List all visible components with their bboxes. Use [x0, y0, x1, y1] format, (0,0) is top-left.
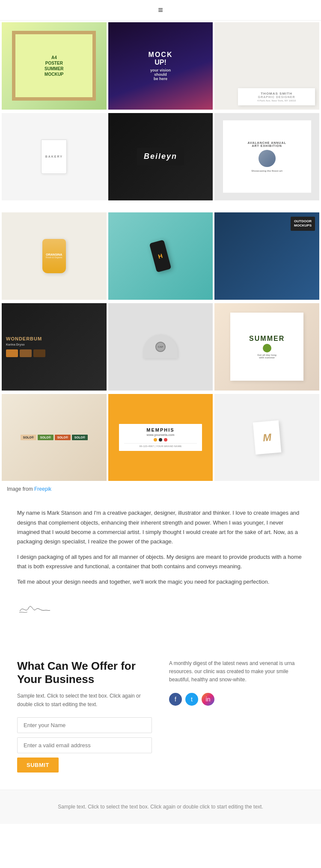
gallery-item-memphis[interactable]: MEMPHIS www.yourweta.com 00-123-4567 | Y… — [108, 394, 213, 481]
business-title: What Can We Offer for Your Business — [17, 659, 152, 686]
about-paragraph-1: My name is Mark Stanson and I'm a creati… — [17, 508, 304, 546]
signature — [17, 595, 304, 621]
gallery-item-wonderbum[interactable]: WONDERBUM Karina Dryso — [2, 303, 107, 391]
about-paragraph-2: I design packaging of all types and for … — [17, 552, 304, 571]
gallery-item-cap[interactable]: CAP — [108, 303, 213, 391]
footer-text: Sample text. Click to select the text bo… — [17, 803, 304, 811]
menu-icon[interactable]: ≡ — [158, 5, 163, 15]
business-section: What Can We Offer for Your Business Samp… — [0, 642, 321, 790]
social-icons: f t in — [169, 693, 304, 706]
about-paragraph-3: Tell me about your design needs and toge… — [17, 577, 304, 587]
gallery-item-billboard[interactable]: MOCK UP! your visionshouldbe here — [108, 22, 213, 110]
gallery-row-2: BAKERY Beileyn AVALANCHE ANNUALART EXHIB… — [0, 111, 321, 202]
facebook-icon[interactable]: f — [169, 693, 182, 706]
email-input[interactable] — [17, 737, 152, 753]
gallery-item-art-exhibition[interactable]: AVALANCHE ANNUALART EXHIBITION Showcasin… — [214, 113, 319, 200]
attribution: Image from Freepik — [0, 483, 321, 495]
gallery-gap — [0, 202, 321, 211]
gallery-item-bag[interactable]: BAKERY — [2, 113, 107, 200]
gallery-row-5: SOLO® SOLO® SOLO® SOLO® MEMPHIS www.your… — [0, 392, 321, 483]
gallery-row-4: WONDERBUM Karina Dryso CAP — [0, 301, 321, 392]
gallery-item-outdoor[interactable]: OUTDOORMOCKUPS — [214, 212, 319, 300]
gallery-section: A4POSTERSUMMERMOCKUP MOCK UP! your visio… — [0, 21, 321, 483]
name-input[interactable] — [17, 717, 152, 733]
gallery-item-phone[interactable]: H — [108, 212, 213, 300]
gallery-item-signage[interactable]: Beileyn — [108, 113, 213, 200]
freepik-link[interactable]: Freepik — [34, 486, 51, 492]
gallery-item-business-card[interactable]: THOMAS SMITH GRAPHIC DESIGNER 4 Park Ave… — [214, 22, 319, 110]
business-desc: Sample text. Click to select the text bo… — [17, 692, 152, 708]
gallery-item-poster[interactable]: A4POSTERSUMMERMOCKUP — [2, 22, 107, 110]
gallery-item-m-card[interactable]: M — [214, 394, 319, 481]
business-right: A monthly digest of the latest news and … — [169, 659, 304, 773]
gallery-item-orangina[interactable]: ORANGINA Fresh & Organic — [2, 212, 107, 300]
gallery-row-1: A4POSTERSUMMERMOCKUP MOCK UP! your visio… — [0, 21, 321, 111]
gallery-item-summer-poster[interactable]: SUMMER Get all day longwith summer — [214, 303, 319, 391]
signature-icon — [17, 597, 51, 619]
about-section: My name is Mark Stanson and I'm a creati… — [0, 495, 321, 642]
gallery-item-solo[interactable]: SOLO® SOLO® SOLO® SOLO® — [2, 394, 107, 481]
footer: Sample text. Click to select the text bo… — [0, 790, 321, 824]
business-left: What Can We Offer for Your Business Samp… — [17, 659, 152, 773]
instagram-icon[interactable]: in — [202, 693, 214, 706]
header: ≡ — [0, 0, 321, 21]
gallery-row-3: ORANGINA Fresh & Organic H OUTDOORMOCKUP… — [0, 211, 321, 301]
twitter-icon[interactable]: t — [185, 693, 198, 706]
submit-button[interactable]: SUBMIT — [17, 758, 59, 773]
right-text: A monthly digest of the latest news and … — [169, 659, 304, 684]
